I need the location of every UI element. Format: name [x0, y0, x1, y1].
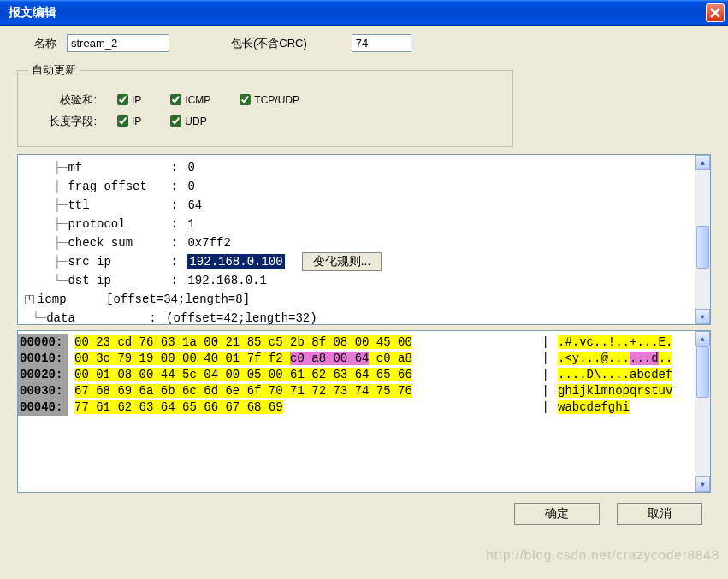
- tree-row[interactable]: ├─protocol: 1: [25, 215, 688, 233]
- field-name: frag offset: [68, 180, 170, 193]
- cs-tcpudp-label: TCP/UDP: [254, 94, 299, 106]
- tree-row[interactable]: ├─src ip: 192.168.0.100变化规则...: [25, 252, 688, 271]
- tree-connector: ├─: [25, 217, 68, 231]
- field-value: 64: [187, 198, 202, 212]
- expand-icon[interactable]: +: [25, 295, 34, 304]
- hex-content[interactable]: 00000:00 23 cd 76 63 1a 00 21 85 c5 2b 8…: [18, 331, 695, 492]
- button-row: 确定 取消: [17, 503, 711, 525]
- hex-bytes: 67 68 69 6a 6b 6c 6d 6e 6f 70 71 72 73 7…: [68, 383, 534, 399]
- hex-separator: |: [534, 367, 558, 383]
- hex-row[interactable]: 00020:00 01 08 00 44 5c 04 00 05 00 61 6…: [18, 367, 695, 383]
- hex-separator: |: [534, 399, 558, 416]
- field-name: mf: [68, 161, 170, 174]
- hex-row[interactable]: 00030:67 68 69 6a 6b 6c 6d 6e 6f 70 71 7…: [18, 383, 695, 399]
- hex-bytes: 77 61 62 63 64 65 66 67 68 69: [68, 399, 534, 416]
- tree-connector: ├─: [25, 236, 68, 250]
- field-value: [offset=34;length=8]: [106, 292, 250, 306]
- len-udp-label: UDP: [185, 115, 206, 127]
- hex-ascii: .#.vc..!..+...E.: [558, 334, 695, 351]
- scroll-thumb[interactable]: [696, 226, 709, 269]
- hex-bytes: 00 3c 79 19 00 00 40 01 7f f2 c0 a8 00 6…: [68, 351, 534, 367]
- scroll-up-button[interactable]: ▲: [695, 331, 710, 346]
- hex-ascii: wabcdefghi: [558, 399, 695, 416]
- close-icon: [709, 7, 721, 19]
- field-value: 192.168.0.1: [187, 274, 266, 287]
- cs-icmp-wrap[interactable]: ICMP: [167, 92, 210, 108]
- lengthfield-label: 长度字段:: [28, 114, 114, 129]
- top-row: 名称 包长(不含CRC): [17, 34, 711, 52]
- scroll-thumb[interactable]: [696, 346, 709, 398]
- tree-content[interactable]: ├─mf: 0 ├─frag offset: 0 ├─ttl: 64 ├─pro…: [18, 155, 695, 324]
- scroll-down-button[interactable]: ▼: [695, 309, 710, 324]
- client-area: 名称 包长(不含CRC) 自动更新 校验和: IP ICMP TCP/UDP 长…: [0, 26, 728, 534]
- hex-row[interactable]: 00010:00 3c 79 19 00 00 40 01 7f f2 c0 a…: [18, 351, 695, 367]
- len-ip-checkbox[interactable]: [117, 115, 128, 127]
- len-udp-checkbox[interactable]: [170, 115, 181, 127]
- hex-bytes: 00 01 08 00 44 5c 04 00 05 00 61 62 63 6…: [68, 367, 534, 383]
- tree-row[interactable]: ├─check sum: 0x7ff2: [25, 233, 688, 252]
- ok-button[interactable]: 确定: [514, 503, 600, 525]
- cs-tcpudp-wrap[interactable]: TCP/UDP: [236, 92, 299, 108]
- hex-offset: 00020:: [18, 367, 68, 383]
- tree-row[interactable]: ├─frag offset: 0: [25, 177, 688, 196]
- tree-connector: └─: [25, 311, 46, 324]
- cs-ip-checkbox[interactable]: [117, 94, 128, 105]
- field-name: dst ip: [68, 274, 170, 287]
- hex-offset: 00010:: [18, 351, 68, 367]
- tree-row[interactable]: ├─mf: 0: [25, 158, 688, 177]
- colon: :: [170, 217, 187, 231]
- tree-row[interactable]: +icmp[offset=34;length=8]: [25, 290, 688, 309]
- colon: :: [170, 180, 187, 193]
- hex-scrollbar[interactable]: ▲ ▼: [695, 331, 710, 492]
- tree-connector: └─: [25, 274, 68, 287]
- cs-icmp-checkbox[interactable]: [170, 94, 181, 105]
- name-input[interactable]: [67, 34, 169, 52]
- hex-row[interactable]: 00000:00 23 cd 76 63 1a 00 21 85 c5 2b 8…: [18, 334, 695, 351]
- cancel-button[interactable]: 取消: [617, 503, 702, 525]
- cs-ip-wrap[interactable]: IP: [114, 92, 141, 108]
- field-name: src ip: [68, 255, 170, 269]
- scroll-track[interactable]: [695, 346, 710, 476]
- field-value[interactable]: 192.168.0.100: [187, 254, 284, 269]
- tree-connector: ├─: [25, 180, 68, 193]
- packet-tree-pane: ├─mf: 0 ├─frag offset: 0 ├─ttl: 64 ├─pro…: [17, 154, 711, 325]
- field-name: icmp: [38, 292, 106, 306]
- tree-row[interactable]: ├─ttl: 64: [25, 196, 688, 215]
- len-ip-label: IP: [132, 115, 141, 127]
- colon: :: [170, 255, 187, 269]
- scroll-down-button[interactable]: ▼: [695, 476, 710, 492]
- len-ip-wrap[interactable]: IP: [114, 113, 141, 129]
- hex-separator: |: [534, 334, 558, 351]
- change-rule-button[interactable]: 变化规则...: [302, 252, 382, 271]
- len-udp-wrap[interactable]: UDP: [167, 113, 206, 129]
- tree-connector: ├─: [25, 161, 68, 174]
- tree-row[interactable]: └─dst ip: 192.168.0.1: [25, 271, 688, 290]
- field-value: 0x7ff2: [187, 236, 230, 250]
- highlighted-bytes: c0 a8 00 64: [290, 352, 369, 365]
- auto-update-legend: 自动更新: [28, 62, 80, 78]
- hex-ascii: ghijklmnopqrstuv: [558, 383, 695, 399]
- auto-update-fieldset: 自动更新 校验和: IP ICMP TCP/UDP 长度字段: IP: [17, 62, 513, 147]
- scroll-track[interactable]: [695, 170, 710, 309]
- field-name: data: [46, 311, 149, 324]
- field-value: 1: [187, 217, 194, 231]
- field-name: protocol: [68, 217, 170, 231]
- cs-icmp-label: ICMP: [185, 94, 210, 106]
- field-value: (offset=42;length=32): [166, 311, 317, 324]
- scroll-up-button[interactable]: ▲: [695, 155, 710, 170]
- hex-row[interactable]: 00040:77 61 62 63 64 65 66 67 68 69|wabc…: [18, 399, 695, 416]
- window-title: 报文编辑: [9, 5, 56, 21]
- packetlen-input[interactable]: [352, 34, 411, 52]
- field-value: 0: [187, 180, 194, 193]
- hex-separator: |: [534, 383, 558, 399]
- cs-tcpudp-checkbox[interactable]: [240, 94, 251, 105]
- tree-row[interactable]: └─data: (offset=42;length=32): [25, 309, 688, 324]
- cs-ip-label: IP: [132, 94, 141, 106]
- hex-separator: |: [534, 351, 558, 367]
- colon: :: [170, 198, 187, 212]
- tree-scrollbar[interactable]: ▲ ▼: [695, 155, 710, 324]
- hex-dump-pane: 00000:00 23 cd 76 63 1a 00 21 85 c5 2b 8…: [17, 330, 711, 493]
- colon: :: [149, 311, 166, 324]
- hex-offset: 00030:: [18, 383, 68, 399]
- close-button[interactable]: [706, 3, 725, 22]
